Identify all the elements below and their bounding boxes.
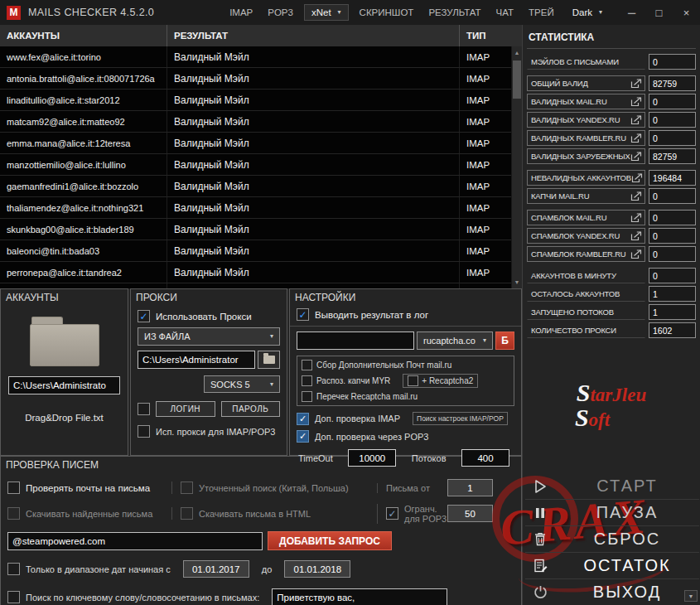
- date-to-input[interactable]: 01.01.2018: [284, 560, 350, 578]
- stat-label-box: СПАМБЛОК MAIL.RU: [527, 210, 645, 225]
- column-header-type[interactable]: ТИП: [460, 25, 522, 46]
- exit-button[interactable]: ВЫХОД: [525, 578, 699, 605]
- log-output-checkbox[interactable]: [297, 308, 309, 321]
- resize-grip[interactable]: ▼: [684, 590, 698, 602]
- column-header-result[interactable]: РЕЗУЛЬТАТ: [167, 25, 460, 46]
- keyword-search-checkbox[interactable]: [7, 591, 20, 603]
- proxy-source-dropdown[interactable]: ИЗ ФАЙЛА ▾: [138, 327, 280, 346]
- add-query-button[interactable]: ДОБАВИТЬ ЗАПРОС: [268, 531, 392, 550]
- cell-result: Валидный Мэйл: [167, 240, 460, 261]
- remainder-button[interactable]: ОСТАТОК: [525, 552, 699, 578]
- password-button[interactable]: ПАРОЛЬ: [221, 401, 281, 417]
- export-icon: [630, 152, 642, 162]
- cell-type: IMAP: [460, 46, 511, 67]
- menu-bar: IMAP POP3 xNet ▾ СКРИНШОТ РЕЗУЛЬТАТ ЧАТ …: [222, 0, 613, 25]
- download-html-checkbox[interactable]: [181, 507, 193, 520]
- stat-row: ОСТАЛОСЬ АККАУНТОВ 1: [527, 286, 696, 302]
- menu-xnet-dropdown[interactable]: xNet ▾: [304, 4, 349, 21]
- folder-icon[interactable]: [30, 317, 99, 366]
- table-row[interactable]: antonia.brattoli@alice.it:080071726a Вал…: [0, 68, 511, 90]
- stat-row: СПАМБЛОК YANDEX.RU 0: [527, 228, 696, 244]
- proxy-type-dropdown[interactable]: SOCKS 5 ▾: [204, 375, 280, 393]
- cell-result: Валидный Мэйл: [167, 197, 460, 218]
- stat-label: АККАУНТОВ В МИНУТУ: [531, 271, 616, 280]
- cell-account: thaliamendez@alice.it:nothing321: [0, 197, 167, 218]
- stat-value: 82759: [649, 148, 696, 164]
- export-icon: [630, 191, 642, 201]
- menu-screenshot[interactable]: СКРИНШОТ: [352, 0, 422, 25]
- close-button[interactable]: ×: [673, 0, 700, 25]
- collect-extra-mail-label: Сбор Дополнительных Почт mail.ru: [316, 361, 451, 370]
- captcha-key-input[interactable]: [297, 332, 414, 350]
- maximize-button[interactable]: □: [645, 0, 673, 25]
- table-row[interactable]: perronepa@alice.it:tandrea2 Валидный Мэй…: [0, 262, 511, 283]
- pop3-limit-checkbox[interactable]: [386, 507, 398, 520]
- table-row[interactable]: manzottiemilio@alice.it:lullino Валидный…: [0, 154, 511, 176]
- cell-result: Валидный Мэйл: [167, 154, 460, 175]
- table-row[interactable]: gaemanfredini1@alice.it:bozzolo Валидный…: [0, 176, 511, 197]
- keyword-input[interactable]: Приветствую вас,: [272, 588, 447, 605]
- captcha-options-group: Сбор Дополнительных Почт mail.ru Распоз.…: [297, 356, 514, 406]
- check-letters-checkbox[interactable]: [7, 482, 20, 494]
- collect-extra-mail-checkbox[interactable]: [302, 360, 312, 370]
- cell-account: skunkbag00@alice.it:blader189: [0, 219, 167, 240]
- accounts-file-path[interactable]: C:\Users\Administrato: [8, 376, 120, 394]
- login-button[interactable]: ЛОГИН: [156, 401, 215, 417]
- pop3-check-checkbox[interactable]: [297, 430, 309, 443]
- download-found-checkbox[interactable]: [7, 507, 20, 520]
- menu-theme-dropdown[interactable]: Dark ▾: [565, 4, 610, 21]
- use-proxy-checkbox[interactable]: [138, 310, 150, 322]
- table-row[interactable]: skunkbag00@alice.it:blader189 Валидный М…: [0, 219, 511, 240]
- start-button[interactable]: СТАРТ: [525, 473, 699, 499]
- menu-chat[interactable]: ЧАТ: [489, 0, 521, 25]
- browse-folder-button[interactable]: [258, 351, 280, 369]
- pause-icon: [525, 506, 555, 520]
- table-row[interactable]: baleonci@tin.it:bada03 Валидный Мэйл IMA…: [0, 240, 511, 262]
- imap-check-checkbox[interactable]: [297, 413, 309, 425]
- table-row[interactable]: matcam92@alice.it:matteo92 Валидный Мэйл…: [0, 111, 511, 133]
- table-row[interactable]: linaditullio@alice.it:star2012 Валидный …: [0, 90, 511, 111]
- menu-result[interactable]: РЕЗУЛЬТАТ: [421, 0, 488, 25]
- pause-button[interactable]: ПАУЗА: [525, 499, 699, 525]
- minimize-button[interactable]: ─: [618, 0, 645, 25]
- pop3-limit-input[interactable]: 50: [447, 505, 493, 522]
- table-row[interactable]: emma.mana@alice.it:12teresa Валидный Мэй…: [0, 133, 511, 154]
- query-input[interactable]: @steampowered.com: [7, 532, 263, 550]
- column-header-accounts[interactable]: АККАУНТЫ: [0, 25, 167, 46]
- captcha-service-dropdown[interactable]: rucaptcha.co ▾: [417, 332, 493, 350]
- menu-tray[interactable]: ТРЕЙ: [521, 0, 562, 25]
- cell-type: IMAP: [460, 219, 511, 240]
- reset-button[interactable]: СБРОС: [525, 525, 699, 552]
- menu-pop3[interactable]: POP3: [260, 0, 301, 25]
- recheck-recaptcha-checkbox[interactable]: [302, 391, 312, 402]
- stat-label-box: КОЛИЧЕСТВО ПРОКСИ: [527, 322, 645, 338]
- balance-button[interactable]: Б: [495, 332, 514, 350]
- cell-type: IMAP: [460, 68, 511, 89]
- stat-label: КОЛИЧЕСТВО ПРОКСИ: [531, 326, 616, 335]
- stat-label: КАПЧИ MAIL.RU: [531, 191, 589, 201]
- threads-input[interactable]: 400: [461, 449, 509, 467]
- refined-search-checkbox[interactable]: [181, 482, 193, 494]
- cell-account: emma.mana@alice.it:12teresa: [0, 133, 167, 153]
- menu-imap[interactable]: IMAP: [222, 0, 260, 25]
- cell-account: matcam92@alice.it:matteo92: [0, 111, 167, 132]
- scroll-down-icon[interactable]: ▼: [512, 277, 522, 288]
- recaptcha2-label: + Recaptcha2: [422, 376, 473, 385]
- table-row[interactable]: thaliamendez@alice.it:nothing321 Валидны…: [0, 197, 511, 219]
- timeout-input[interactable]: 10000: [348, 449, 396, 467]
- recaptcha2-option: + Recaptcha2: [403, 374, 478, 388]
- table-scrollbar[interactable]: ▲ ▼: [511, 46, 522, 288]
- stat-value: 0: [649, 112, 696, 128]
- myr-captcha-checkbox[interactable]: [302, 375, 312, 386]
- play-icon: [525, 478, 555, 495]
- scroll-up-icon[interactable]: ▲: [512, 47, 522, 58]
- table-row[interactable]: www.fex@alice.it:torino Валидный Мэйл IM…: [0, 46, 511, 68]
- scrollbar-thumb[interactable]: [513, 60, 521, 99]
- date-from-input[interactable]: 01.01.2017: [183, 560, 249, 578]
- proxy-file-path[interactable]: C:\Users\Administrator: [138, 351, 255, 369]
- letters-from-input[interactable]: 1: [447, 479, 493, 496]
- date-range-checkbox[interactable]: [7, 563, 20, 575]
- recaptcha2-checkbox[interactable]: [408, 375, 418, 386]
- proxy-for-imap-checkbox[interactable]: [138, 425, 150, 438]
- proxy-auth-checkbox[interactable]: [138, 403, 150, 415]
